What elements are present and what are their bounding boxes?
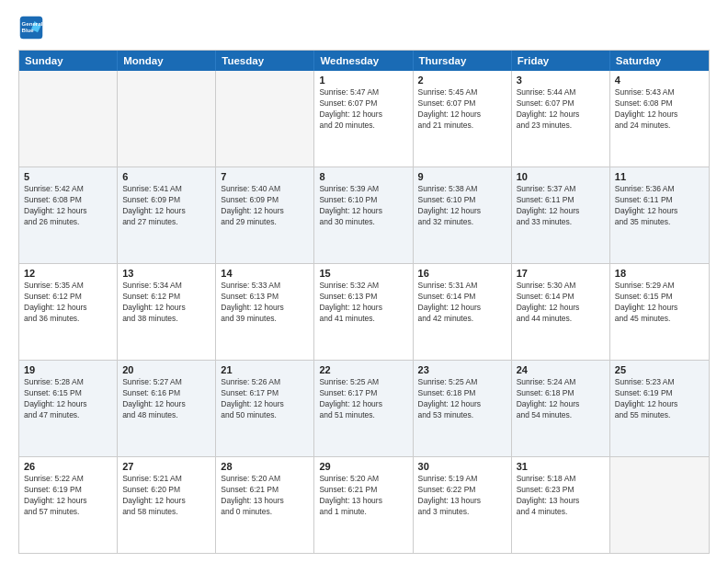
- day-number: 24: [517, 364, 605, 375]
- calendar-cell: [610, 457, 709, 553]
- weekday-header: Thursday: [414, 51, 512, 71]
- calendar-cell: 1Sunrise: 5:47 AM Sunset: 6:07 PM Daylig…: [314, 71, 413, 167]
- weekday-header: Saturday: [610, 51, 709, 71]
- cell-text: Sunrise: 5:25 AM Sunset: 6:17 PM Dayligh…: [319, 377, 407, 421]
- day-number: 13: [122, 268, 210, 279]
- calendar-cell: 18Sunrise: 5:29 AM Sunset: 6:15 PM Dayli…: [610, 264, 709, 360]
- day-number: 18: [615, 268, 704, 279]
- cell-text: Sunrise: 5:24 AM Sunset: 6:18 PM Dayligh…: [517, 377, 605, 421]
- day-number: 10: [517, 171, 605, 182]
- day-number: 16: [418, 268, 506, 279]
- day-number: 7: [221, 171, 309, 182]
- weekday-header: Tuesday: [216, 51, 314, 71]
- day-number: 9: [418, 171, 506, 182]
- cell-text: Sunrise: 5:40 AM Sunset: 6:09 PM Dayligh…: [221, 184, 309, 228]
- cell-text: Sunrise: 5:35 AM Sunset: 6:12 PM Dayligh…: [24, 281, 112, 325]
- cell-text: Sunrise: 5:39 AM Sunset: 6:10 PM Dayligh…: [319, 184, 407, 228]
- cell-text: Sunrise: 5:30 AM Sunset: 6:14 PM Dayligh…: [517, 281, 605, 325]
- calendar-cell: 28Sunrise: 5:20 AM Sunset: 6:21 PM Dayli…: [216, 457, 314, 553]
- calendar-cell: 7Sunrise: 5:40 AM Sunset: 6:09 PM Daylig…: [216, 167, 314, 263]
- day-number: 11: [615, 171, 704, 182]
- calendar-cell: 25Sunrise: 5:23 AM Sunset: 6:19 PM Dayli…: [610, 361, 709, 456]
- calendar-row: 5Sunrise: 5:42 AM Sunset: 6:08 PM Daylig…: [19, 167, 709, 264]
- calendar-row: 26Sunrise: 5:22 AM Sunset: 6:19 PM Dayli…: [19, 457, 709, 553]
- weekday-header: Wednesday: [314, 51, 413, 71]
- weekday-header: Friday: [512, 51, 610, 71]
- cell-text: Sunrise: 5:29 AM Sunset: 6:15 PM Dayligh…: [615, 281, 704, 325]
- cell-text: Sunrise: 5:26 AM Sunset: 6:17 PM Dayligh…: [221, 377, 309, 421]
- day-number: 3: [517, 75, 605, 86]
- calendar-cell: 17Sunrise: 5:30 AM Sunset: 6:14 PM Dayli…: [512, 264, 610, 360]
- day-number: 26: [24, 461, 112, 472]
- cell-text: Sunrise: 5:42 AM Sunset: 6:08 PM Dayligh…: [24, 184, 112, 228]
- day-number: 17: [517, 268, 605, 279]
- day-number: 31: [517, 461, 605, 472]
- calendar-cell: 3Sunrise: 5:44 AM Sunset: 6:07 PM Daylig…: [512, 71, 610, 167]
- cell-text: Sunrise: 5:20 AM Sunset: 6:21 PM Dayligh…: [221, 474, 309, 518]
- cell-text: Sunrise: 5:25 AM Sunset: 6:18 PM Dayligh…: [418, 377, 506, 421]
- header: General Blue: [18, 15, 710, 40]
- day-number: 27: [122, 461, 210, 472]
- calendar-cell: 21Sunrise: 5:26 AM Sunset: 6:17 PM Dayli…: [216, 361, 314, 456]
- day-number: 4: [615, 75, 704, 86]
- calendar-cell: [216, 71, 314, 167]
- page: General Blue SundayMondayTuesdayWednesda…: [0, 0, 728, 563]
- calendar-row: 1Sunrise: 5:47 AM Sunset: 6:07 PM Daylig…: [19, 71, 709, 167]
- calendar-cell: 4Sunrise: 5:43 AM Sunset: 6:08 PM Daylig…: [610, 71, 709, 167]
- calendar-cell: 30Sunrise: 5:19 AM Sunset: 6:22 PM Dayli…: [414, 457, 512, 553]
- cell-text: Sunrise: 5:36 AM Sunset: 6:11 PM Dayligh…: [615, 184, 704, 228]
- cell-text: Sunrise: 5:21 AM Sunset: 6:20 PM Dayligh…: [122, 474, 210, 518]
- day-number: 14: [221, 268, 309, 279]
- cell-text: Sunrise: 5:34 AM Sunset: 6:12 PM Dayligh…: [122, 281, 210, 325]
- day-number: 29: [319, 461, 407, 472]
- day-number: 2: [418, 75, 506, 86]
- weekday-header: Monday: [118, 51, 216, 71]
- calendar-row: 12Sunrise: 5:35 AM Sunset: 6:12 PM Dayli…: [19, 264, 709, 361]
- logo-icon: General Blue: [18, 15, 44, 40]
- day-number: 22: [319, 364, 407, 375]
- cell-text: Sunrise: 5:31 AM Sunset: 6:14 PM Dayligh…: [418, 281, 506, 325]
- day-number: 21: [221, 364, 309, 375]
- calendar-cell: 13Sunrise: 5:34 AM Sunset: 6:12 PM Dayli…: [118, 264, 216, 360]
- calendar-cell: 9Sunrise: 5:38 AM Sunset: 6:10 PM Daylig…: [414, 167, 512, 263]
- calendar-cell: 20Sunrise: 5:27 AM Sunset: 6:16 PM Dayli…: [118, 361, 216, 456]
- cell-text: Sunrise: 5:33 AM Sunset: 6:13 PM Dayligh…: [221, 281, 309, 325]
- day-number: 20: [122, 364, 210, 375]
- logo: General Blue: [18, 15, 48, 40]
- calendar-header: SundayMondayTuesdayWednesdayThursdayFrid…: [19, 51, 709, 71]
- cell-text: Sunrise: 5:43 AM Sunset: 6:08 PM Dayligh…: [615, 87, 704, 132]
- cell-text: Sunrise: 5:41 AM Sunset: 6:09 PM Dayligh…: [122, 184, 210, 228]
- calendar-cell: 23Sunrise: 5:25 AM Sunset: 6:18 PM Dayli…: [414, 361, 512, 456]
- cell-text: Sunrise: 5:27 AM Sunset: 6:16 PM Dayligh…: [122, 377, 210, 421]
- calendar-row: 19Sunrise: 5:28 AM Sunset: 6:15 PM Dayli…: [19, 361, 709, 457]
- svg-text:Blue: Blue: [22, 27, 35, 33]
- svg-text:General: General: [22, 20, 43, 27]
- calendar-cell: 5Sunrise: 5:42 AM Sunset: 6:08 PM Daylig…: [19, 167, 118, 263]
- calendar-cell: 15Sunrise: 5:32 AM Sunset: 6:13 PM Dayli…: [314, 264, 413, 360]
- cell-text: Sunrise: 5:22 AM Sunset: 6:19 PM Dayligh…: [24, 474, 112, 518]
- calendar-cell: 10Sunrise: 5:37 AM Sunset: 6:11 PM Dayli…: [512, 167, 610, 263]
- calendar-cell: 6Sunrise: 5:41 AM Sunset: 6:09 PM Daylig…: [118, 167, 216, 263]
- cell-text: Sunrise: 5:37 AM Sunset: 6:11 PM Dayligh…: [517, 184, 605, 228]
- day-number: 25: [615, 364, 704, 375]
- day-number: 28: [221, 461, 309, 472]
- day-number: 5: [24, 171, 112, 182]
- cell-text: Sunrise: 5:28 AM Sunset: 6:15 PM Dayligh…: [24, 377, 112, 421]
- calendar-cell: [118, 71, 216, 167]
- day-number: 19: [24, 364, 112, 375]
- calendar-cell: 24Sunrise: 5:24 AM Sunset: 6:18 PM Dayli…: [512, 361, 610, 456]
- cell-text: Sunrise: 5:32 AM Sunset: 6:13 PM Dayligh…: [319, 281, 407, 325]
- calendar-cell: 22Sunrise: 5:25 AM Sunset: 6:17 PM Dayli…: [314, 361, 413, 456]
- calendar-cell: 16Sunrise: 5:31 AM Sunset: 6:14 PM Dayli…: [414, 264, 512, 360]
- cell-text: Sunrise: 5:45 AM Sunset: 6:07 PM Dayligh…: [418, 87, 506, 132]
- day-number: 12: [24, 268, 112, 279]
- calendar-cell: [19, 71, 118, 167]
- cell-text: Sunrise: 5:38 AM Sunset: 6:10 PM Dayligh…: [418, 184, 506, 228]
- day-number: 23: [418, 364, 506, 375]
- cell-text: Sunrise: 5:23 AM Sunset: 6:19 PM Dayligh…: [615, 377, 704, 421]
- day-number: 15: [319, 268, 407, 279]
- day-number: 30: [418, 461, 506, 472]
- calendar-cell: 14Sunrise: 5:33 AM Sunset: 6:13 PM Dayli…: [216, 264, 314, 360]
- cell-text: Sunrise: 5:18 AM Sunset: 6:23 PM Dayligh…: [517, 474, 605, 518]
- calendar-cell: 2Sunrise: 5:45 AM Sunset: 6:07 PM Daylig…: [414, 71, 512, 167]
